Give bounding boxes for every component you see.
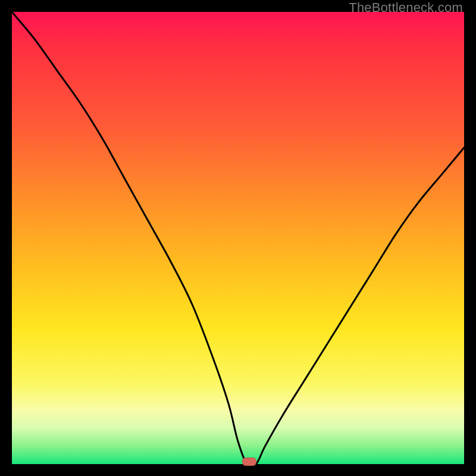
optimal-point-marker bbox=[242, 458, 256, 466]
chart-frame: TheBottleneck.com bbox=[0, 0, 476, 476]
plot-area bbox=[12, 12, 464, 464]
watermark-text: TheBottleneck.com bbox=[349, 0, 463, 15]
bottleneck-curve bbox=[12, 12, 464, 464]
